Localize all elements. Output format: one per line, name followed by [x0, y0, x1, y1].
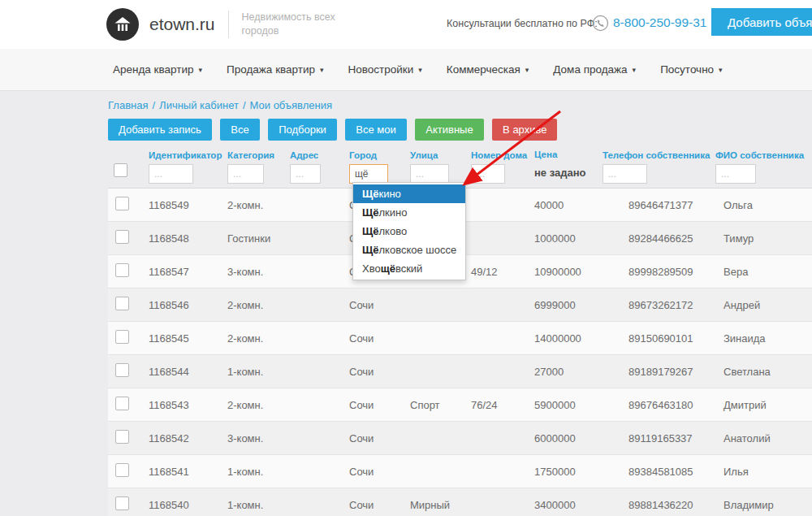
column-header-address: Адрес — [290, 150, 344, 160]
category-filter-input[interactable] — [227, 164, 264, 184]
cell-name: Владимир — [715, 488, 812, 516]
cell-city: Сочи — [349, 488, 410, 516]
cell-category: 3-комн. — [227, 422, 290, 455]
autocomplete-option[interactable]: Щёлкино — [353, 203, 465, 222]
nav-item-daily-rent[interactable]: Посуточно▾ — [648, 63, 734, 76]
cell-name: Андрей — [715, 288, 812, 322]
cell-category: 2-комн. — [227, 322, 290, 355]
option-text: кино — [378, 188, 400, 200]
autocomplete-option[interactable]: Хвощёвский — [353, 259, 465, 278]
header-divider — [228, 11, 229, 38]
cell-city: Сочи — [349, 388, 410, 422]
cell-price: 1750000 — [534, 455, 603, 488]
cell-street — [410, 288, 471, 322]
cell-id: 1168545 — [149, 322, 227, 355]
city-filter-input[interactable] — [349, 164, 388, 184]
logo[interactable]: etown.ru — [106, 8, 215, 41]
breadcrumb-account[interactable]: Личный кабинет — [159, 99, 239, 111]
cell-name: Зинаида — [715, 322, 812, 355]
nav-item-commercial[interactable]: Коммерческая▾ — [434, 63, 542, 76]
house-icon — [106, 8, 139, 41]
address-filter-input[interactable] — [290, 164, 321, 184]
all-mine-button[interactable]: Все мои — [345, 119, 406, 141]
row-checkbox[interactable] — [115, 397, 129, 410]
cell-price: 3400000 — [534, 488, 603, 516]
selections-button[interactable]: Подборки — [268, 119, 337, 141]
row-checkbox[interactable] — [115, 463, 129, 477]
nav-item-houses-sale[interactable]: Дома продажа▾ — [541, 63, 648, 76]
street-filter-input[interactable] — [410, 164, 449, 184]
breadcrumb-home[interactable]: Главная — [108, 99, 148, 111]
cell-phone: 89384581085 — [603, 455, 715, 488]
row-checkbox[interactable] — [115, 363, 129, 377]
cell-category: 2-комн. — [227, 288, 290, 322]
cell-city: Сочи — [349, 322, 410, 355]
cell-address — [290, 488, 349, 516]
nav-item-sale-apartments[interactable]: Продажа квартир▾ — [214, 63, 336, 76]
cell-category: 1-комн. — [227, 455, 290, 488]
add-record-button[interactable]: Добавить запись — [108, 119, 212, 141]
breadcrumb: Главная/Личный кабинет/Мои объявления — [108, 91, 812, 111]
support-phone-number[interactable]: 8-800-250-99-31 — [613, 15, 706, 30]
phone-icon — [592, 15, 609, 35]
city-autocomplete-dropdown: Щёкино Щёлкино Щёлково Щёлковское шоссе … — [352, 182, 466, 280]
nav-item-rent-apartments[interactable]: Аренда квартир▾ — [101, 63, 214, 76]
row-checkbox[interactable] — [115, 496, 129, 510]
phone-filter-input[interactable] — [603, 164, 647, 184]
cell-name: Тимур — [715, 222, 812, 255]
archived-button[interactable]: В архиве — [492, 119, 557, 141]
name-filter-input[interactable] — [715, 164, 756, 184]
row-checkbox[interactable] — [115, 330, 129, 344]
row-checkbox[interactable] — [115, 230, 129, 244]
autocomplete-option[interactable]: Щёлково — [353, 222, 465, 241]
cell-phone: 89150690101 — [603, 322, 715, 355]
cell-street — [410, 355, 471, 388]
cell-id: 1168540 — [149, 488, 227, 516]
active-button[interactable]: Активные — [415, 119, 483, 141]
cell-id: 1168549 — [149, 189, 227, 222]
cell-category: 1-комн. — [227, 355, 290, 388]
breadcrumb-my-listings[interactable]: Мои объявления — [250, 99, 332, 111]
nav-item-label: Аренда квартир — [113, 63, 194, 76]
column-header-name: ФИО собственника — [715, 150, 807, 160]
cell-phone: 89998289509 — [603, 255, 715, 288]
cell-id: 1168541 — [149, 455, 227, 488]
add-listing-button[interactable]: Добавить объявление — [711, 8, 812, 36]
chevron-down-icon: ▾ — [525, 66, 529, 74]
cell-price: 1000000 — [534, 222, 603, 255]
cell-street: Спорт — [410, 388, 471, 422]
cell-category: 2-комн. — [227, 388, 290, 422]
all-button[interactable]: Все — [220, 119, 259, 141]
column-header-phone: Телефон собственника — [603, 150, 710, 160]
column-header-id: Идентификатор — [149, 150, 222, 160]
row-checkbox[interactable] — [115, 197, 129, 210]
autocomplete-option-selected[interactable]: Щёкино — [353, 184, 465, 203]
cell-phone: 89189179267 — [603, 355, 715, 388]
select-all-checkbox[interactable] — [114, 163, 127, 177]
row-checkbox[interactable] — [115, 297, 129, 310]
house-filter-input[interactable] — [471, 164, 505, 184]
id-filter-input[interactable] — [149, 164, 193, 184]
table-row: 1168542 3-комн. Сочи 6000000 89119165337… — [108, 422, 812, 455]
consult-label: Консультации бесплатно по РФ: — [447, 18, 598, 29]
cell-name: Дмитрий — [715, 388, 812, 422]
cell-id: 1168542 — [149, 422, 227, 455]
cell-category: 2-комн. — [227, 189, 290, 222]
cell-city: Сочи — [349, 288, 410, 322]
autocomplete-option[interactable]: Щёлковское шоссе — [353, 241, 465, 259]
row-checkbox[interactable] — [115, 430, 129, 444]
nav-item-new-buildings[interactable]: Новостройки▾ — [336, 63, 434, 76]
cell-address — [290, 255, 349, 288]
row-checkbox[interactable] — [115, 263, 129, 277]
cell-city: Сочи — [349, 455, 410, 488]
site-header: etown.ru Недвижимость всех городов Консу… — [0, 0, 812, 49]
cell-house — [471, 455, 534, 488]
cell-price: 5900000 — [534, 388, 603, 422]
option-text: лковское шоссе — [378, 244, 456, 256]
column-header-house: Номер дома — [471, 150, 529, 160]
option-text: Хво — [362, 262, 381, 275]
cell-address — [290, 322, 349, 355]
option-match-text: Щё — [362, 225, 378, 237]
column-header-price: Цена — [534, 150, 598, 159]
cell-house — [471, 488, 534, 516]
